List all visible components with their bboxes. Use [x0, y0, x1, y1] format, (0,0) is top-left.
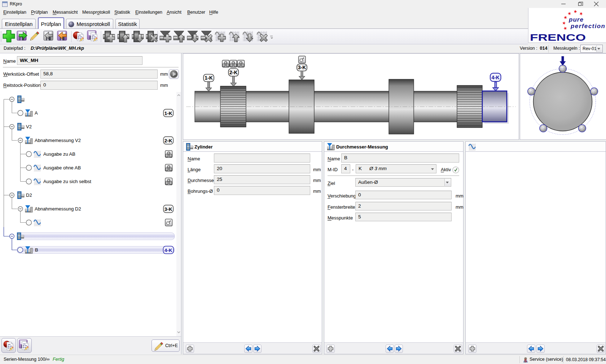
svg-text:pure: pure: [568, 16, 583, 23]
svg-text:Ausgabe ohne AB: Ausgabe ohne AB: [43, 165, 81, 170]
svg-text:D2: D2: [26, 192, 32, 198]
svg-text:Abnahmemessung V2: Abnahmemessung V2: [35, 138, 81, 143]
svg-text:Ausgabe zu sich selbst: Ausgabe zu sich selbst: [43, 179, 91, 184]
svg-text:FRENCO: FRENCO: [530, 32, 586, 43]
svg-text:B: B: [35, 247, 38, 253]
svg-text:1-K: 1-K: [164, 111, 172, 116]
svg-text:A: A: [35, 110, 38, 116]
svg-text:4-K: 4-K: [491, 75, 500, 80]
svg-text:Abnahmemessung D2: Abnahmemessung D2: [35, 206, 81, 212]
svg-text:2-K: 2-K: [229, 70, 238, 75]
svg-text:1-K: 1-K: [205, 75, 213, 81]
svg-text:3-K: 3-K: [164, 207, 172, 212]
svg-text:S: S: [524, 359, 527, 363]
svg-text:4-K: 4-K: [164, 248, 172, 253]
svg-text:perfection: perfection: [570, 23, 605, 30]
svg-text:3-K: 3-K: [298, 65, 306, 70]
svg-text:2-K: 2-K: [164, 138, 172, 143]
svg-text:V2: V2: [26, 124, 32, 129]
svg-text:Ausgabe zu AB: Ausgabe zu AB: [43, 151, 75, 157]
